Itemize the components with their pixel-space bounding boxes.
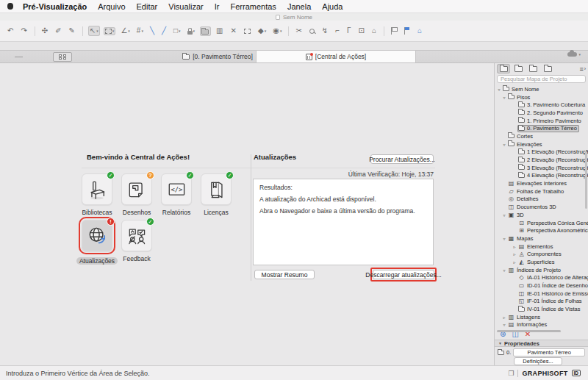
- tree-item[interactable]: 2 Elevação (Reconstrução Automáti: [495, 156, 588, 164]
- view-map-icon[interactable]: [512, 64, 525, 74]
- construction-mode-icon[interactable]: □▾: [172, 26, 182, 36]
- tree-item[interactable]: 1. Primeiro Pavimento: [495, 117, 588, 125]
- fit-in-window-icon[interactable]: ⊡: [357, 26, 367, 36]
- project-map-icon[interactable]: [497, 64, 510, 74]
- tree-item[interactable]: IV-01 Índice de Vistas: [495, 305, 588, 313]
- home-story-icon[interactable]: ⌂: [370, 26, 379, 36]
- tree-item[interactable]: 4 Elevação (Reconstrução Automáti: [495, 172, 588, 180]
- tree-item[interactable]: ▿ Informações: [495, 321, 588, 329]
- menu-item[interactable]: Ajuda: [322, 2, 343, 11]
- close-view-icon[interactable]: ✕: [229, 26, 239, 36]
- download-updates-button[interactable]: Descarregar atualizações...: [373, 270, 434, 279]
- separator[interactable]: [82, 26, 83, 36]
- tab-central-de-acoes[interactable]: [Central de Ações]: [256, 51, 416, 62]
- tree-item[interactable]: 3. Pavimento Cobertura: [495, 101, 588, 109]
- navigator-menu-button[interactable]: ≡›: [579, 65, 586, 73]
- action-tile[interactable]: </> ✓: [161, 173, 192, 205]
- tree-item[interactable]: 0. Pavimento Térreo: [495, 124, 588, 132]
- suspend-groups-icon[interactable]: ▾: [186, 26, 197, 36]
- renovation-filter-icon[interactable]: [200, 26, 211, 36]
- tree-item[interactable]: Detalhes: [495, 196, 588, 204]
- snap-grid-icon[interactable]: #▾: [135, 26, 145, 36]
- zoom-icon[interactable]: [308, 27, 317, 35]
- disclosure-icon[interactable]: ▿: [501, 322, 507, 327]
- tree-item[interactable]: IF-01 Índice de Folhas: [495, 298, 588, 306]
- tree-item[interactable]: 1 Elevação (Reconstrução Automáti: [495, 148, 588, 157]
- separator[interactable]: [384, 26, 384, 36]
- menu-item[interactable]: Janela: [287, 2, 311, 11]
- tree-item[interactable]: Perspectiva Cónica Genérica: [495, 219, 588, 227]
- action-tile[interactable]: </> ✓: [201, 173, 232, 205]
- action-tile[interactable]: </> ✓: [121, 220, 152, 251]
- gravity-icon[interactable]: ∠▾: [119, 26, 131, 36]
- disclosure-icon[interactable]: ▹: [512, 251, 517, 257]
- fillet-corner-icon[interactable]: Γ: [345, 26, 354, 36]
- menu-item[interactable]: Ir: [215, 2, 220, 11]
- disclosure-icon[interactable]: ▿: [501, 236, 507, 241]
- disclosure-icon[interactable]: ▿: [501, 142, 507, 147]
- tree-item[interactable]: ▹ Superfícies: [495, 258, 588, 266]
- properties-header[interactable]: ▼ Propriedades: [495, 340, 588, 347]
- disclosure-icon[interactable]: ▿: [501, 268, 507, 273]
- tree-item[interactable]: ▹ Componentes: [495, 250, 588, 258]
- guide-line-icon[interactable]: ╲: [148, 26, 157, 36]
- tree-item[interactable]: ▿ Elevações: [495, 140, 588, 148]
- arrow-tool-icon[interactable]: ↖▾: [88, 26, 100, 36]
- adjust-icon[interactable]: ↯: [320, 26, 330, 36]
- disclosure-icon[interactable]: ▿: [501, 95, 507, 100]
- disclosure-icon[interactable]: ▹: [512, 244, 517, 249]
- measure-icon[interactable]: ✎: [68, 26, 77, 36]
- tree-item[interactable]: Folhas de Trabalho: [495, 187, 588, 196]
- tree-item[interactable]: 2. Segundo Pavimento: [495, 109, 588, 117]
- story-name-field[interactable]: Pavimento Térreo: [513, 348, 585, 356]
- tree-item[interactable]: Cortes: [495, 132, 588, 140]
- inject-parameters-icon[interactable]: ✐: [54, 26, 63, 36]
- split-icon[interactable]: ✂: [294, 26, 304, 36]
- tree-item[interactable]: Perspectiva Axonométrica Genérica: [495, 226, 588, 234]
- separator[interactable]: [35, 26, 35, 36]
- teamwork-dropdown[interactable]: ▾: [567, 52, 581, 57]
- tab-overview-button[interactable]: [53, 52, 72, 62]
- tree-item[interactable]: 3 Elevação (Reconstrução Automáti: [495, 164, 588, 172]
- apple-icon[interactable]: [7, 3, 13, 10]
- menu-item[interactable]: Arquivo: [98, 2, 125, 11]
- disclosure-icon[interactable]: ▿: [501, 212, 507, 218]
- tree-item[interactable]: ▹ Listagens: [495, 313, 588, 321]
- marquee-tool-icon[interactable]: ▾: [104, 27, 116, 35]
- tree-item[interactable]: IA-01 Histórico de Alterações: [495, 274, 588, 282]
- action-tile[interactable]: </> ✓: [82, 173, 112, 205]
- action-tile[interactable]: </> ?: [121, 173, 152, 205]
- layout-book-icon[interactable]: [526, 64, 539, 74]
- disclosure-icon[interactable]: ▿: [496, 87, 502, 92]
- flag-outline-icon[interactable]: [390, 26, 399, 36]
- menu-item[interactable]: Editar: [137, 2, 158, 11]
- undo-icon[interactable]: ↶: [6, 26, 15, 36]
- tree-item[interactable]: ▿ Pisos: [495, 93, 588, 101]
- tree-item[interactable]: ▿ Índices de Projeto: [495, 266, 588, 274]
- action-tile[interactable]: </> !: [82, 220, 112, 251]
- show-summary-button[interactable]: Mostrar Resumo: [254, 270, 315, 279]
- redo-icon[interactable]: ↷: [19, 26, 29, 36]
- graphisoft-id[interactable]: ❐ GRAPHISOFT ID: [508, 370, 581, 377]
- tree-item[interactable]: ▹ Elementos: [495, 243, 588, 251]
- tree-item[interactable]: ▿ Mapas: [495, 234, 588, 243]
- tree-item[interactable]: ID-01 Índice de Desenhos: [495, 282, 588, 290]
- pen-set-icon[interactable]: ◆▾: [257, 26, 268, 36]
- tree-item[interactable]: Documentos 3D: [495, 203, 588, 211]
- selection-frame-icon[interactable]: [243, 27, 253, 35]
- tree-item[interactable]: ▿ Sem Nome: [495, 85, 588, 93]
- pane-handle[interactable]: [15, 57, 23, 57]
- home-upload-icon[interactable]: ⌂: [416, 26, 424, 36]
- search-input[interactable]: [497, 75, 586, 83]
- tree-item[interactable]: ▿ 3D: [495, 211, 588, 219]
- check-updates-button[interactable]: Procurar Atualizações...: [370, 154, 434, 164]
- tree-item[interactable]: IE-01 Histórico de Emissões: [495, 290, 588, 298]
- publisher-sets-icon[interactable]: [541, 64, 554, 74]
- menu-item[interactable]: Visualizar: [168, 2, 204, 11]
- menu-item[interactable]: Ferramentas: [231, 2, 276, 11]
- tree-item[interactable]: Elevações Interiores: [495, 179, 588, 187]
- separator[interactable]: [288, 26, 289, 36]
- disclosure-icon[interactable]: ▹: [501, 315, 507, 320]
- fit-columns-icon[interactable]: ▥: [215, 26, 225, 36]
- app-menu[interactable]: Pré-Visualização: [23, 2, 87, 11]
